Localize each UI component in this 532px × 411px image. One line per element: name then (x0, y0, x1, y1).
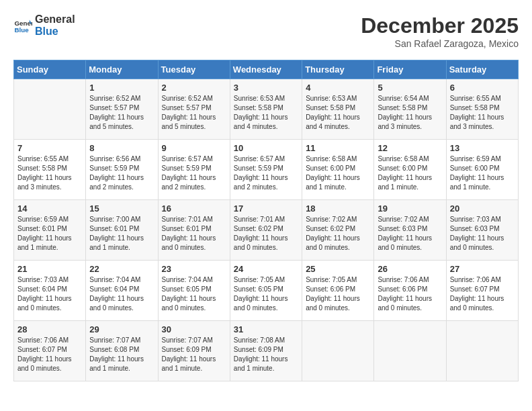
day-number: 16 (162, 203, 226, 214)
calendar-cell: 6Sunrise: 6:55 AMSunset: 5:58 PMDaylight… (446, 79, 518, 140)
day-number: 8 (89, 143, 154, 153)
day-number: 3 (234, 83, 298, 93)
calendar-cell: 22Sunrise: 7:04 AMSunset: 6:04 PMDayligh… (86, 261, 158, 321)
calendar-cell: 30Sunrise: 7:07 AMSunset: 6:09 PMDayligh… (158, 321, 230, 381)
calendar-cell: 20Sunrise: 7:03 AMSunset: 6:03 PMDayligh… (446, 200, 518, 261)
calendar-cell: 10Sunrise: 6:57 AMSunset: 5:59 PMDayligh… (230, 140, 302, 200)
calendar-cell: 7Sunrise: 6:55 AMSunset: 5:58 PMDaylight… (14, 140, 86, 200)
calendar-table: SundayMondayTuesdayWednesdayThursdayFrid… (13, 60, 519, 381)
day-info: Sunrise: 6:53 AMSunset: 5:58 PMDaylight:… (234, 94, 298, 132)
day-number: 12 (378, 143, 442, 153)
day-number: 18 (306, 203, 370, 214)
logo: General Blue General Blue (13, 13, 75, 37)
day-number: 28 (17, 324, 82, 334)
calendar-cell: 9Sunrise: 6:57 AMSunset: 5:59 PMDaylight… (158, 140, 230, 200)
day-info: Sunrise: 6:52 AMSunset: 5:57 PMDaylight:… (162, 94, 226, 132)
calendar-cell: 21Sunrise: 7:03 AMSunset: 6:04 PMDayligh… (14, 261, 86, 321)
calendar-cell (446, 321, 518, 381)
calendar-cell: 14Sunrise: 6:59 AMSunset: 6:01 PMDayligh… (14, 200, 86, 261)
day-number: 7 (17, 143, 82, 153)
day-info: Sunrise: 6:55 AMSunset: 5:58 PMDaylight:… (17, 154, 82, 192)
day-number: 5 (378, 83, 442, 93)
day-number: 15 (89, 203, 154, 214)
logo-icon: General Blue (13, 16, 32, 35)
calendar-cell: 18Sunrise: 7:02 AMSunset: 6:02 PMDayligh… (302, 200, 374, 261)
calendar-cell: 25Sunrise: 7:05 AMSunset: 6:06 PMDayligh… (302, 261, 374, 321)
week-row-4: 21Sunrise: 7:03 AMSunset: 6:04 PMDayligh… (14, 261, 519, 321)
week-row-1: 1Sunrise: 6:52 AMSunset: 5:57 PMDaylight… (14, 79, 519, 140)
day-number: 1 (89, 83, 154, 93)
header-thursday: Thursday (302, 60, 374, 79)
day-info: Sunrise: 7:06 AMSunset: 6:07 PMDaylight:… (17, 336, 82, 373)
calendar-cell: 29Sunrise: 7:07 AMSunset: 6:08 PMDayligh… (86, 321, 158, 381)
calendar-cell: 17Sunrise: 7:01 AMSunset: 6:02 PMDayligh… (230, 200, 302, 261)
day-info: Sunrise: 7:02 AMSunset: 6:02 PMDaylight:… (306, 215, 370, 253)
day-info: Sunrise: 7:00 AMSunset: 6:01 PMDaylight:… (89, 215, 154, 253)
svg-text:Blue: Blue (14, 26, 29, 33)
calendar-cell: 8Sunrise: 6:56 AMSunset: 5:59 PMDaylight… (86, 140, 158, 200)
day-number: 27 (450, 264, 515, 274)
day-info: Sunrise: 6:53 AMSunset: 5:58 PMDaylight:… (306, 94, 370, 132)
calendar-cell: 2Sunrise: 6:52 AMSunset: 5:57 PMDaylight… (158, 79, 230, 140)
header-saturday: Saturday (446, 60, 518, 79)
calendar-cell (302, 321, 374, 381)
header-sunday: Sunday (14, 60, 86, 79)
header-wednesday: Wednesday (230, 60, 302, 79)
day-number: 23 (162, 264, 226, 274)
calendar-cell: 28Sunrise: 7:06 AMSunset: 6:07 PMDayligh… (14, 321, 86, 381)
day-number: 31 (234, 324, 298, 334)
day-number: 9 (162, 143, 226, 153)
location: San Rafael Zaragoza, Mexico (361, 38, 519, 49)
day-info: Sunrise: 7:04 AMSunset: 6:04 PMDaylight:… (89, 275, 154, 313)
day-info: Sunrise: 6:55 AMSunset: 5:58 PMDaylight:… (450, 94, 515, 132)
day-info: Sunrise: 7:07 AMSunset: 6:08 PMDaylight:… (89, 336, 154, 373)
calendar-cell: 27Sunrise: 7:06 AMSunset: 6:07 PMDayligh… (446, 261, 518, 321)
week-row-2: 7Sunrise: 6:55 AMSunset: 5:58 PMDaylight… (14, 140, 519, 200)
day-info: Sunrise: 7:01 AMSunset: 6:02 PMDaylight:… (234, 215, 298, 253)
day-info: Sunrise: 6:57 AMSunset: 5:59 PMDaylight:… (162, 154, 226, 192)
calendar-cell: 11Sunrise: 6:58 AMSunset: 6:00 PMDayligh… (302, 140, 374, 200)
days-header-row: SundayMondayTuesdayWednesdayThursdayFrid… (14, 60, 519, 79)
day-info: Sunrise: 7:03 AMSunset: 6:04 PMDaylight:… (17, 275, 82, 313)
day-info: Sunrise: 7:08 AMSunset: 6:09 PMDaylight:… (234, 336, 298, 373)
day-info: Sunrise: 6:56 AMSunset: 5:59 PMDaylight:… (89, 154, 154, 192)
calendar-cell: 19Sunrise: 7:02 AMSunset: 6:03 PMDayligh… (374, 200, 446, 261)
day-info: Sunrise: 7:03 AMSunset: 6:03 PMDaylight:… (450, 215, 515, 253)
day-info: Sunrise: 7:06 AMSunset: 6:07 PMDaylight:… (450, 275, 515, 313)
day-info: Sunrise: 6:58 AMSunset: 6:00 PMDaylight:… (378, 154, 442, 192)
header-friday: Friday (374, 60, 446, 79)
day-info: Sunrise: 7:02 AMSunset: 6:03 PMDaylight:… (378, 215, 442, 253)
day-number: 13 (450, 143, 515, 153)
day-number: 19 (378, 203, 442, 214)
day-number: 6 (450, 83, 515, 93)
day-info: Sunrise: 7:05 AMSunset: 6:06 PMDaylight:… (306, 275, 370, 313)
calendar-cell: 12Sunrise: 6:58 AMSunset: 6:00 PMDayligh… (374, 140, 446, 200)
day-number: 22 (89, 264, 154, 274)
day-info: Sunrise: 7:06 AMSunset: 6:06 PMDaylight:… (378, 275, 442, 313)
day-number: 24 (234, 264, 298, 274)
calendar-cell: 24Sunrise: 7:05 AMSunset: 6:05 PMDayligh… (230, 261, 302, 321)
day-info: Sunrise: 6:59 AMSunset: 6:01 PMDaylight:… (17, 215, 82, 253)
day-info: Sunrise: 7:04 AMSunset: 6:05 PMDaylight:… (162, 275, 226, 313)
day-number: 11 (306, 143, 370, 153)
week-row-3: 14Sunrise: 6:59 AMSunset: 6:01 PMDayligh… (14, 200, 519, 261)
calendar-cell (14, 79, 86, 140)
calendar-cell: 26Sunrise: 7:06 AMSunset: 6:06 PMDayligh… (374, 261, 446, 321)
logo-line1: General (35, 13, 75, 26)
calendar-cell: 31Sunrise: 7:08 AMSunset: 6:09 PMDayligh… (230, 321, 302, 381)
calendar-cell: 16Sunrise: 7:01 AMSunset: 6:01 PMDayligh… (158, 200, 230, 261)
calendar-cell: 5Sunrise: 6:54 AMSunset: 5:58 PMDaylight… (374, 79, 446, 140)
calendar-cell: 15Sunrise: 7:00 AMSunset: 6:01 PMDayligh… (86, 200, 158, 261)
day-number: 25 (306, 264, 370, 274)
day-info: Sunrise: 6:58 AMSunset: 6:00 PMDaylight:… (306, 154, 370, 192)
day-number: 17 (234, 203, 298, 214)
day-number: 20 (450, 203, 515, 214)
day-info: Sunrise: 7:01 AMSunset: 6:01 PMDaylight:… (162, 215, 226, 253)
day-number: 4 (306, 83, 370, 93)
calendar-cell (374, 321, 446, 381)
day-info: Sunrise: 6:57 AMSunset: 5:59 PMDaylight:… (234, 154, 298, 192)
page-header: General Blue General Blue December 2025 … (13, 13, 519, 49)
day-info: Sunrise: 6:54 AMSunset: 5:58 PMDaylight:… (378, 94, 442, 132)
calendar-cell: 13Sunrise: 6:59 AMSunset: 6:00 PMDayligh… (446, 140, 518, 200)
calendar-cell: 23Sunrise: 7:04 AMSunset: 6:05 PMDayligh… (158, 261, 230, 321)
